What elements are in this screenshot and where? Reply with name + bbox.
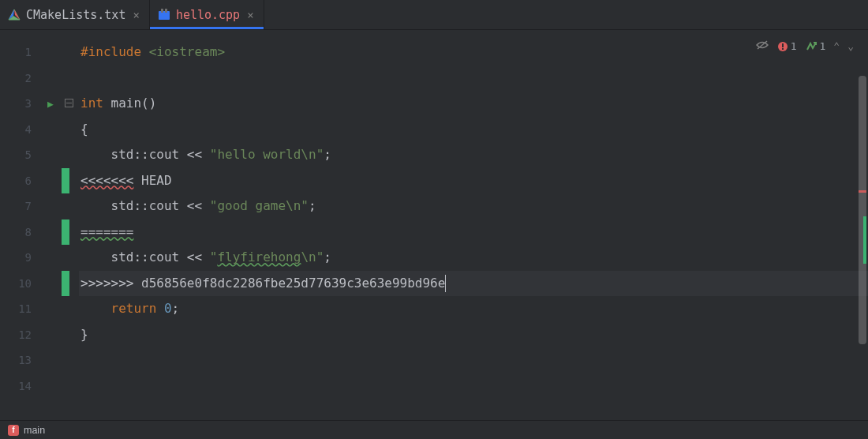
fold-toggle-icon[interactable] xyxy=(65,99,73,107)
svg-rect-10 xyxy=(782,48,784,50)
svg-rect-5 xyxy=(161,9,163,13)
line-number: 7 xyxy=(0,193,38,220)
chevron-up-icon[interactable]: ⌃ xyxy=(833,40,840,52)
git-branch-name[interactable]: main xyxy=(24,425,45,436)
vcs-change-marker[interactable] xyxy=(62,168,69,193)
line-number: 2 xyxy=(0,66,38,92)
reader-mode-icon[interactable] xyxy=(755,39,769,53)
tab-bar: CMakeLists.txt × hello.cpp × xyxy=(0,0,868,30)
line-number: 12 xyxy=(0,322,38,348)
code-line[interactable]: { xyxy=(79,117,868,143)
line-number: 10 xyxy=(0,271,38,297)
svg-rect-4 xyxy=(159,11,170,20)
line-number: 14 xyxy=(0,373,38,400)
svg-rect-6 xyxy=(165,9,167,13)
scrollbar[interactable] xyxy=(859,76,866,396)
git-branch-icon[interactable]: f xyxy=(8,425,19,436)
line-number-gutter: 1 2 3 4 5 6 7 8 9 10 11 12 13 14 xyxy=(0,30,38,420)
tab-hello-cpp[interactable]: hello.cpp × xyxy=(150,0,264,29)
code-line[interactable]: int main() xyxy=(79,91,868,117)
close-icon[interactable]: × xyxy=(245,9,255,21)
error-indicator[interactable]: 1 xyxy=(777,40,797,52)
scroll-error-marker[interactable] xyxy=(859,190,866,193)
warning-count: 1 xyxy=(820,40,826,52)
code-line[interactable]: <<<<<<< HEAD xyxy=(79,168,868,194)
line-number: 1 xyxy=(0,39,38,66)
run-icon[interactable]: ▶ xyxy=(47,98,54,110)
tab-label: hello.cpp xyxy=(176,8,240,22)
svg-rect-9 xyxy=(782,43,784,47)
code-area[interactable]: #include <iostream> int main() { std::co… xyxy=(79,30,868,420)
line-number: 5 xyxy=(0,142,38,168)
line-number: 6 xyxy=(0,168,38,194)
code-line[interactable] xyxy=(79,66,868,92)
tab-label: CMakeLists.txt xyxy=(26,8,125,22)
line-number: 11 xyxy=(0,296,38,322)
cpp-file-icon xyxy=(158,9,170,21)
code-line[interactable]: std::cout << "good game\n"; xyxy=(79,193,868,220)
line-number: 4 xyxy=(0,117,38,143)
cmake-icon xyxy=(8,9,21,21)
vcs-change-marker[interactable] xyxy=(62,220,69,245)
code-line[interactable]: std::cout << "flyfirehong\n"; xyxy=(79,245,868,271)
vcs-change-marker[interactable] xyxy=(62,271,69,296)
code-line[interactable] xyxy=(79,347,868,373)
code-line[interactable]: return 0; xyxy=(79,296,868,322)
line-number: 3 xyxy=(0,91,38,117)
gutter-icons: ▶ xyxy=(38,30,63,420)
code-line[interactable]: std::cout << "hello world\n"; xyxy=(79,142,868,168)
line-number: 9 xyxy=(0,245,38,271)
editor[interactable]: 1 2 3 4 5 6 7 8 9 10 11 12 13 14 ▶ xyxy=(0,30,868,420)
inspections-widget[interactable]: 1 1 ⌃ ⌄ xyxy=(755,39,854,53)
line-number: 8 xyxy=(0,220,38,246)
code-line[interactable]: } xyxy=(79,322,868,348)
tab-cmakelists[interactable]: CMakeLists.txt × xyxy=(0,0,150,29)
close-icon[interactable]: × xyxy=(131,9,140,21)
text-caret xyxy=(445,275,446,292)
chevron-down-icon[interactable]: ⌄ xyxy=(847,40,854,52)
warning-indicator[interactable]: 1 xyxy=(805,40,826,52)
code-line[interactable]: #include <iostream> xyxy=(79,39,868,66)
code-line[interactable] xyxy=(79,373,868,400)
code-line[interactable]: ======= xyxy=(79,220,868,246)
code-line[interactable]: >>>>>>> d56856e0f8dc2286fbe25d77639c3e63… xyxy=(79,271,868,297)
scroll-change-marker[interactable] xyxy=(863,216,866,264)
scrollbar-thumb[interactable] xyxy=(859,76,866,344)
line-number: 13 xyxy=(0,347,38,373)
status-bar: f main xyxy=(0,420,868,439)
error-count: 1 xyxy=(791,40,797,52)
